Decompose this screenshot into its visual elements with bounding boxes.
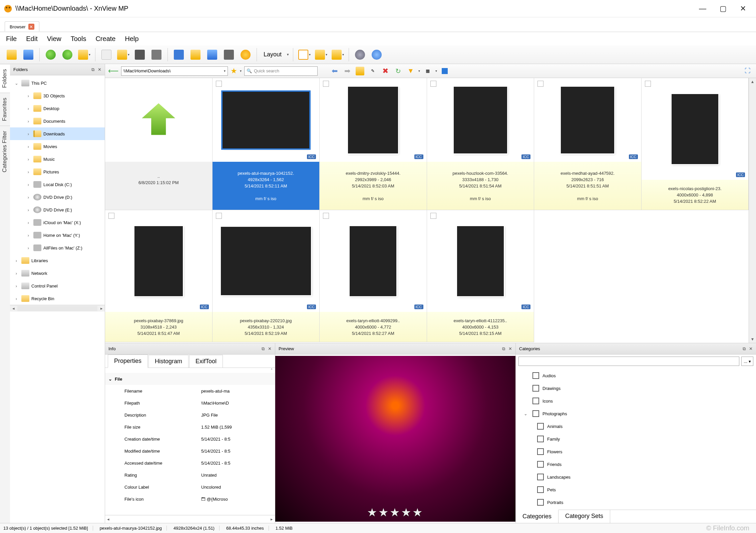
panel-float-icon[interactable]: ⧉: [502, 346, 505, 352]
tree-twist-icon[interactable]: ›: [25, 169, 31, 174]
category-item[interactable]: Icons: [516, 395, 756, 407]
category-item[interactable]: Pets: [516, 483, 756, 496]
thumb-checkbox[interactable]: [108, 213, 114, 219]
info-scrollbar[interactable]: ◂▸: [105, 515, 275, 523]
refresh-folder-button[interactable]: ↻: [393, 66, 403, 76]
tree-item[interactable]: ›DVD Drive (E:): [10, 203, 105, 216]
thumb-checkbox[interactable]: [430, 81, 436, 87]
tree-item[interactable]: ›Pictures: [10, 165, 105, 178]
category-checkbox[interactable]: [532, 410, 539, 417]
thumbnails-button[interactable]: [297, 48, 311, 62]
panel-close-icon[interactable]: ✕: [508, 346, 512, 352]
tree-item[interactable]: ›Downloads: [10, 127, 105, 140]
category-item[interactable]: Drawings: [516, 382, 756, 395]
category-checkbox[interactable]: [537, 474, 544, 480]
tree-twist-icon[interactable]: ›: [25, 144, 31, 149]
tree-twist-icon[interactable]: ›: [25, 195, 31, 200]
slideshow-button[interactable]: [239, 48, 253, 62]
path-field[interactable]: \\Mac\Home\Downloads\ ▾: [121, 66, 228, 76]
paste-button[interactable]: [116, 48, 130, 62]
category-twist-icon[interactable]: [524, 373, 529, 378]
new-folder-button[interactable]: [331, 48, 345, 62]
thumbnail-item[interactable]: ICC pexels-atul-maurya-1042152. 4928x326…: [213, 78, 320, 210]
color-label-button[interactable]: [440, 66, 450, 76]
filter-button[interactable]: ▼: [406, 66, 416, 76]
sidebar-tab-folders[interactable]: Folders: [0, 64, 10, 93]
path-dropdown-icon[interactable]: ▾: [224, 69, 226, 73]
panel-close-icon[interactable]: ✕: [749, 346, 753, 352]
panel-close-icon[interactable]: ✕: [98, 67, 101, 72]
tree-twist-icon[interactable]: ›: [13, 284, 19, 289]
panel-float-icon[interactable]: ⧉: [91, 67, 94, 72]
delete-button[interactable]: ✖: [380, 66, 390, 76]
tree-twist-icon[interactable]: ›: [25, 93, 31, 98]
category-item[interactable]: Audios: [516, 369, 756, 382]
thumbnail-item[interactable]: ICC pexels-pixabay-37869.jpg 3108x4518 -…: [105, 210, 213, 342]
tree-twist-icon[interactable]: ›: [25, 207, 31, 212]
category-checkbox[interactable]: [532, 398, 539, 404]
up-folder-button[interactable]: [77, 48, 91, 62]
scroll-down-button[interactable]: ▼: [749, 336, 756, 343]
tree-twist-icon[interactable]: ›: [25, 119, 31, 124]
category-item[interactable]: Family: [516, 433, 756, 445]
category-checkbox[interactable]: [532, 385, 539, 392]
menu-tools[interactable]: Tools: [71, 35, 86, 43]
thumbnail-item[interactable]: ICC exels-dmitry-zvolskiy-15444. 2992x39…: [320, 78, 427, 210]
batch-convert-button[interactable]: [205, 48, 219, 62]
category-item[interactable]: ⌄Photographs: [516, 407, 756, 420]
thumb-checkbox[interactable]: [537, 81, 543, 87]
open-folder-button[interactable]: [355, 66, 365, 76]
tree-twist-icon[interactable]: ⌄: [13, 81, 19, 86]
tree-item[interactable]: ›Control Panel: [10, 280, 105, 292]
category-checkbox[interactable]: [537, 448, 544, 455]
category-checkbox[interactable]: [537, 486, 544, 493]
categories-more-button[interactable]: ... ▾: [741, 357, 753, 366]
tree-item[interactable]: ›Music: [10, 153, 105, 165]
tree-item[interactable]: ›AllFiles on 'Mac' (Z:): [10, 241, 105, 254]
folder-tree[interactable]: ⌄This PC›3D Objects›Desktop›Documents›Do…: [10, 75, 105, 523]
favorite-star-icon[interactable]: ★: [231, 67, 237, 75]
tree-twist-icon[interactable]: ›: [25, 245, 31, 250]
thumb-checkbox[interactable]: [645, 81, 651, 87]
tree-item[interactable]: ›Movies: [10, 140, 105, 153]
tree-item[interactable]: ›Home on 'Mac' (Y:): [10, 229, 105, 241]
export-button[interactable]: [188, 48, 203, 62]
close-button[interactable]: ✕: [740, 4, 746, 13]
tree-item[interactable]: ›Local Disk (C:): [10, 178, 105, 191]
scanner-button[interactable]: [172, 48, 186, 62]
history-forward-button[interactable]: ➡: [342, 66, 352, 76]
scroll-up-button[interactable]: ▲: [749, 78, 756, 85]
history-back-button[interactable]: ⬅: [330, 66, 340, 76]
category-checkbox[interactable]: [537, 436, 544, 442]
rating-stars[interactable]: ★★★★★: [367, 506, 424, 519]
tree-twist-icon[interactable]: ›: [13, 258, 19, 263]
tree-twist-icon[interactable]: ›: [25, 220, 31, 225]
minimize-button[interactable]: —: [699, 4, 706, 13]
category-item[interactable]: Landscapes: [516, 471, 756, 483]
category-twist-icon[interactable]: [524, 386, 529, 391]
category-item[interactable]: Friends: [516, 458, 756, 471]
category-twist-icon[interactable]: [524, 399, 529, 404]
tab-close-icon[interactable]: ✕: [28, 24, 34, 30]
categories-tree[interactable]: Audios Drawings Icons⌄PhotographsAnimals…: [516, 368, 756, 510]
tree-twist-icon[interactable]: ›: [25, 131, 31, 136]
open-button[interactable]: [5, 48, 19, 62]
help-button[interactable]: [370, 48, 384, 62]
category-item[interactable]: Portraits: [516, 496, 756, 509]
thumbnail-item[interactable]: ICC pexels-houzlook-com-33564. 3333x4188…: [427, 78, 534, 210]
panel-float-icon[interactable]: ⧉: [262, 346, 265, 352]
preview-image[interactable]: ★★★★★: [275, 356, 515, 522]
categories-search-input[interactable]: [518, 357, 739, 366]
tab-categories[interactable]: Categories: [516, 510, 558, 523]
category-checkbox[interactable]: [537, 499, 544, 506]
thumbnail-item[interactable]: ICC exels-taryn-elliott-4099299.. 4000x6…: [320, 210, 427, 342]
menu-create[interactable]: Create: [95, 35, 115, 43]
panel-close-icon[interactable]: ✕: [268, 346, 272, 352]
tree-scrollbar[interactable]: ◂▸: [10, 305, 105, 312]
tree-item[interactable]: ›Network: [10, 267, 105, 280]
thumbnail-item[interactable]: ICC pexels-pixabay-220210.jpg 4356x3310 …: [213, 210, 320, 342]
category-checkbox[interactable]: [537, 423, 544, 430]
thumbnail-updir[interactable]: ..6/8/2020 1:15:02 PM: [105, 78, 213, 210]
rotate-left-button[interactable]: [44, 48, 58, 62]
category-checkbox[interactable]: [532, 372, 539, 379]
